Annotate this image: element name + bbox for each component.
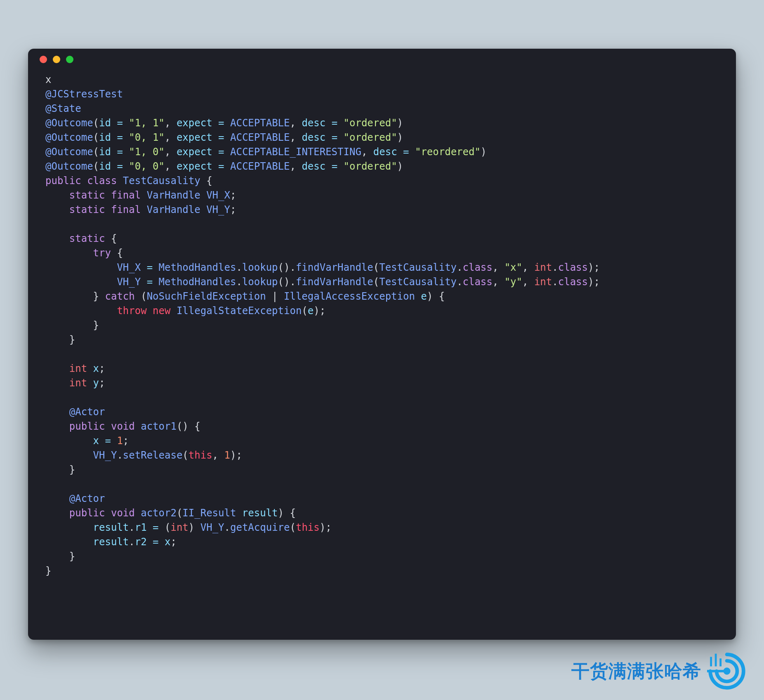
class-name: TestCausality <box>379 276 457 288</box>
keyword: static <box>69 189 105 201</box>
identifier: VH_Y <box>117 276 141 288</box>
arg-key: desc <box>302 117 325 129</box>
target-icon <box>707 651 747 691</box>
annotation: @JCStressTest <box>45 88 123 100</box>
arg-key: expect <box>177 161 212 172</box>
class-name: TestCausality <box>379 262 457 273</box>
watermark-text: 干货满满张哈希 <box>571 659 701 683</box>
keyword: this <box>296 522 320 533</box>
keyword: class <box>558 276 588 288</box>
enum-value: ACCEPTABLE <box>230 161 290 172</box>
code-block: x @JCStressTest @State @Outcome(id = "1,… <box>28 70 736 593</box>
class-name: IllegalAccessException <box>284 291 415 302</box>
enum-value: ACCEPTABLE_INTERESTING <box>230 146 361 158</box>
window-titlebar <box>28 49 736 70</box>
string-literal: "reordered" <box>415 146 481 158</box>
keyword: try <box>93 247 111 259</box>
keyword: class <box>463 276 493 288</box>
type-name: II_Result <box>182 507 236 519</box>
arg-key: expect <box>177 146 212 158</box>
keyword: public <box>69 421 105 432</box>
string-literal: "x" <box>505 262 522 273</box>
annotation: @Actor <box>69 493 105 504</box>
class-name: IllegalStateException <box>177 305 302 317</box>
string-literal: "0, 1" <box>129 132 165 143</box>
annotation: @Outcome <box>45 132 93 143</box>
identifier: VH_Y <box>93 449 117 461</box>
type-name: int <box>534 276 552 288</box>
class-name: NoSuchFieldException <box>147 291 266 302</box>
annotation: @Outcome <box>45 146 93 158</box>
keyword: void <box>111 507 135 519</box>
identifier: result <box>242 507 278 519</box>
type-name: VarHandle <box>147 189 200 201</box>
identifier: x <box>165 536 170 548</box>
keyword: public <box>69 507 105 519</box>
annotation: @Outcome <box>45 117 93 129</box>
identifier: result <box>93 536 129 548</box>
string-literal: "ordered" <box>344 132 397 143</box>
code-window: x @JCStressTest @State @Outcome(id = "1,… <box>28 49 736 640</box>
type-name: int <box>69 363 87 374</box>
annotation: @Outcome <box>45 161 93 172</box>
keyword: throw <box>117 305 146 317</box>
method-call: getAcquire <box>230 522 290 533</box>
method-name: actor2 <box>141 507 177 519</box>
class-name: TestCausality <box>123 175 200 187</box>
annotation: @State <box>45 103 81 114</box>
code-line: x <box>45 74 51 85</box>
arg-key: desc <box>373 146 397 158</box>
arg-key: desc <box>302 161 325 172</box>
type-name: int <box>69 377 87 389</box>
identifier: x <box>93 363 99 374</box>
watermark: 干货满满张哈希 <box>571 651 747 691</box>
identifier: e <box>308 305 314 317</box>
arg-key: id <box>99 146 111 158</box>
keyword: this <box>189 449 212 461</box>
method-call: findVarHandle <box>296 262 373 273</box>
type-name: int <box>170 522 188 533</box>
enum-value: ACCEPTABLE <box>230 117 290 129</box>
close-icon[interactable] <box>40 56 47 63</box>
string-literal: "ordered" <box>344 117 397 129</box>
string-literal: "ordered" <box>344 161 397 172</box>
keyword: static <box>69 233 105 244</box>
method-call: lookup <box>242 262 278 273</box>
keyword: static <box>69 204 105 215</box>
identifier: r1 <box>135 522 147 533</box>
class-name: MethodHandles <box>159 276 236 288</box>
identifier: VH_X <box>206 189 230 201</box>
string-literal: "y" <box>505 276 522 288</box>
keyword: class <box>463 262 493 273</box>
number-literal: 1 <box>117 435 123 447</box>
identifier: e <box>421 291 427 302</box>
identifier: x <box>93 435 99 447</box>
keyword: final <box>111 189 141 201</box>
zoom-icon[interactable] <box>66 56 73 63</box>
keyword: catch <box>105 291 135 302</box>
arg-key: id <box>99 117 111 129</box>
identifier: y <box>93 377 99 389</box>
annotation: @Actor <box>69 406 105 418</box>
type-name: int <box>534 262 552 273</box>
minimize-icon[interactable] <box>53 56 60 63</box>
string-literal: "1, 1" <box>129 117 165 129</box>
arg-key: id <box>99 161 111 172</box>
type-name: VarHandle <box>147 204 200 215</box>
enum-value: ACCEPTABLE <box>230 132 290 143</box>
arg-key: desc <box>302 132 325 143</box>
method-name: actor1 <box>141 421 177 432</box>
keyword: new <box>153 305 170 317</box>
identifier: result <box>93 522 129 533</box>
keyword: void <box>111 421 135 432</box>
method-call: setRelease <box>123 449 183 461</box>
identifier: r2 <box>135 536 147 548</box>
arg-key: id <box>99 132 111 143</box>
class-name: MethodHandles <box>159 262 236 273</box>
arg-key: expect <box>177 132 212 143</box>
method-call: lookup <box>242 276 278 288</box>
method-call: findVarHandle <box>296 276 373 288</box>
keyword: public <box>45 175 81 187</box>
identifier: VH_Y <box>206 204 230 215</box>
string-literal: "0, 0" <box>129 161 165 172</box>
